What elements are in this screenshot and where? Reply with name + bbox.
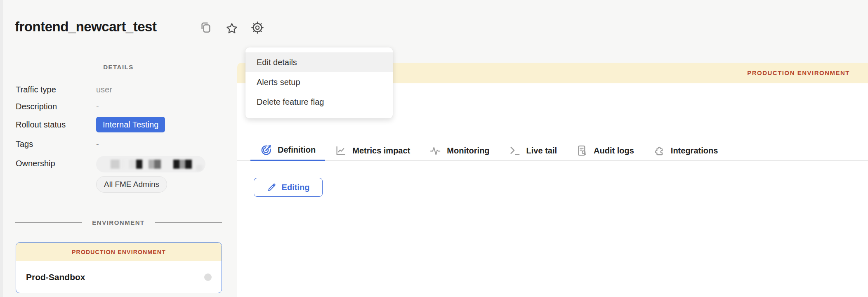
editing-button[interactable]: Editing (254, 178, 323, 197)
details-heading: DETAILS (103, 64, 134, 71)
menu-item-edit-details[interactable]: Edit details (245, 52, 393, 72)
window-edge-strip (0, 0, 3, 297)
tags-value: - (96, 139, 99, 149)
description-label: Description (16, 102, 57, 111)
pencil-icon (267, 182, 277, 192)
pulse-icon (429, 144, 441, 157)
details-section-header: DETAILS (15, 64, 222, 71)
divider-line (15, 222, 82, 223)
environment-section-header: ENVIRONMENT (15, 219, 222, 226)
traffic-type-label: Traffic type (16, 85, 56, 94)
star-favorite-icon[interactable] (225, 22, 238, 35)
divider-line (15, 67, 93, 68)
tab-integrations[interactable]: Integrations (644, 140, 727, 161)
tab-label: Integrations (671, 146, 718, 156)
tab-definition[interactable]: Definition (250, 140, 325, 161)
editing-button-label: Editing (282, 183, 310, 192)
tab-live-tail[interactable]: Live tail (499, 140, 566, 161)
document-search-icon (576, 144, 588, 157)
environment-name: Prod-Sandbox (26, 272, 85, 282)
description-value: - (96, 102, 99, 111)
copy-name-icon[interactable] (198, 21, 212, 34)
environment-card-banner: PRODUCTION ENVIRONMENT (16, 243, 222, 261)
menu-item-delete-feature-flag[interactable]: Delete feature flag (245, 92, 393, 112)
ownership-label: Ownership (16, 159, 55, 168)
tab-audit-logs[interactable]: Audit logs (566, 140, 644, 161)
tab-bar: Definition Metrics impact Monitoring Liv… (250, 140, 727, 161)
tags-label: Tags (16, 139, 33, 149)
rollout-status-label: Rollout status (16, 120, 66, 130)
chart-line-icon (335, 144, 347, 157)
gear-settings-icon[interactable] (251, 21, 264, 34)
divider-line (144, 67, 222, 68)
tab-label: Definition (278, 145, 316, 155)
page-title: frontend_newcart_test (15, 19, 156, 35)
environment-status-dot (204, 273, 212, 281)
tab-label: Metrics impact (352, 146, 410, 156)
environment-card[interactable]: PRODUCTION ENVIRONMENT Prod-Sandbox (16, 242, 222, 293)
tab-label: Live tail (526, 146, 557, 156)
menu-item-alerts-setup[interactable]: Alerts setup (245, 72, 393, 92)
redaction-blocks (96, 156, 205, 172)
gear-dropdown-menu: Edit details Alerts setup Delete feature… (245, 47, 393, 118)
tab-metrics-impact[interactable]: Metrics impact (325, 140, 420, 161)
ownership-group-chip[interactable]: All FME Admins (96, 176, 167, 193)
puzzle-icon (653, 144, 665, 157)
traffic-type-value: user (96, 85, 112, 94)
tab-monitoring[interactable]: Monitoring (420, 140, 499, 161)
ownership-redacted-avatars[interactable] (96, 156, 205, 172)
divider-line (155, 222, 222, 223)
tab-label: Monitoring (447, 146, 489, 156)
target-icon (260, 144, 272, 156)
terminal-icon (509, 144, 521, 157)
tab-label: Audit logs (594, 146, 634, 156)
environment-heading: ENVIRONMENT (92, 219, 144, 226)
rollout-status-badge[interactable]: Internal Testing (96, 117, 165, 132)
